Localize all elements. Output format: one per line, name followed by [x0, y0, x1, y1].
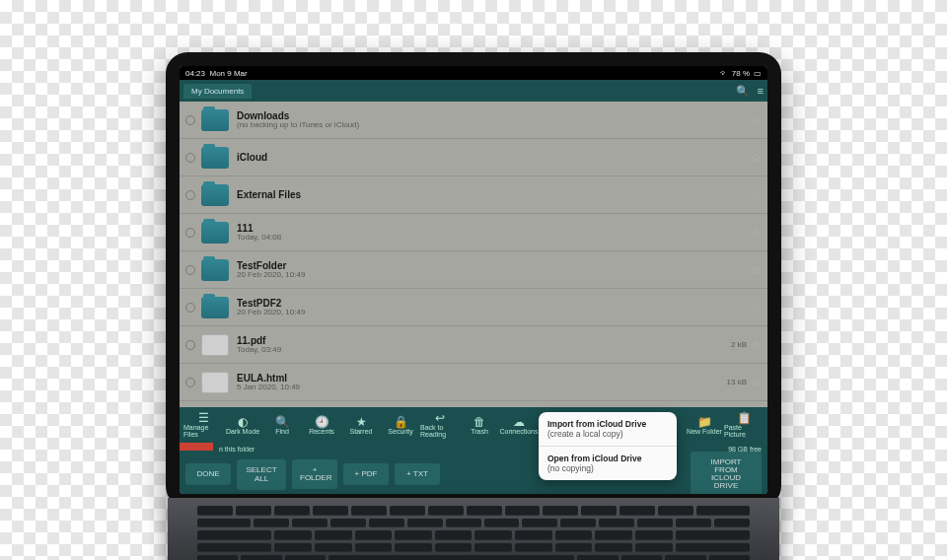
- select-radio[interactable]: [185, 265, 195, 275]
- star-icon[interactable]: ☆: [751, 301, 762, 315]
- row-sub: (no backing up to iTunes or iCloud): [237, 121, 751, 130]
- row-meta: 13 kB: [727, 378, 747, 386]
- file-icon: [201, 372, 229, 393]
- file-list: Downloads(no backing up to iTunes or iCl…: [180, 102, 767, 407]
- status-date: Mon 9 Mar: [209, 69, 247, 78]
- star-icon[interactable]: ☆: [751, 338, 762, 352]
- row-sub: Today, 03:49: [237, 346, 731, 355]
- folder-icon: [201, 184, 229, 206]
- tablet-frame: 04:23 Mon 9 Mar ᯤ 78 % ▭ My Documents 🔍 …: [166, 52, 781, 508]
- star-icon[interactable]: ☆: [751, 113, 762, 127]
- header-bar: My Documents 🔍 ≡: [180, 80, 767, 102]
- trash-icon: 🗑: [474, 416, 485, 428]
- select-radio[interactable]: [185, 340, 195, 350]
- row-title: TestFolder: [237, 260, 751, 271]
- row-text: TestPDF220 Feb 2020, 10:49: [237, 298, 751, 317]
- select-radio[interactable]: [185, 378, 195, 387]
- tool-connections[interactable]: ☁Connections: [499, 416, 539, 435]
- action-bar: DONE SELECT ALL + FOLDER + PDF + TXT IMP…: [180, 455, 767, 494]
- connections-icon: ☁: [513, 416, 525, 428]
- row-meta: 2 kB: [731, 340, 747, 349]
- select-radio[interactable]: [185, 190, 195, 200]
- folder-icon: [201, 259, 229, 281]
- dark-mode-icon: ◐: [238, 416, 248, 428]
- star-icon[interactable]: ☆: [751, 263, 762, 277]
- folder-icon: [201, 222, 229, 244]
- add-pdf-button[interactable]: + PDF: [343, 463, 389, 485]
- star-icon[interactable]: ☆: [751, 188, 762, 202]
- star-icon[interactable]: ☆: [751, 226, 762, 240]
- row-title: Downloads: [237, 110, 751, 121]
- wifi-icon: ᯤ: [720, 69, 728, 78]
- file-row[interactable]: TestPDF220 Feb 2020, 10:49☆: [180, 289, 767, 326]
- row-text: 111Today, 04:08: [237, 223, 751, 243]
- back-to-reading-icon: ↩: [435, 412, 445, 424]
- file-row[interactable]: Downloads(no backing up to iTunes or iCl…: [180, 102, 767, 139]
- file-row[interactable]: 111Today, 04:08☆: [180, 214, 767, 251]
- file-row[interactable]: EULA.html5 Jan 2020, 10:4913 kB☆: [180, 364, 767, 401]
- select-radio[interactable]: [185, 303, 195, 313]
- tool-dark-mode[interactable]: ◐Dark Mode: [223, 416, 262, 435]
- file-icon: [201, 334, 229, 356]
- paste-picture-icon: 📋: [737, 412, 752, 424]
- popover-open-nocopy[interactable]: Open from iCloud Drive (no copying): [539, 447, 677, 480]
- row-title: 11.pdf: [237, 335, 731, 346]
- sort-icon[interactable]: ≡: [758, 85, 764, 97]
- row-title: External Files: [237, 189, 751, 200]
- add-folder-button[interactable]: + FOLDER: [292, 459, 337, 489]
- strip-gap: [180, 443, 767, 455]
- done-button[interactable]: DONE: [185, 463, 231, 485]
- row-text: iCloud: [237, 152, 751, 163]
- screen: 04:23 Mon 9 Mar ᯤ 78 % ▭ My Documents 🔍 …: [180, 66, 767, 494]
- row-title: TestPDF2: [237, 298, 751, 309]
- folder-icon: [201, 109, 229, 131]
- select-radio[interactable]: [185, 115, 195, 125]
- battery-pct: 78 %: [732, 69, 750, 78]
- file-row[interactable]: 11.pdfToday, 03:492 kB☆: [180, 326, 767, 364]
- tool-paste-picture[interactable]: 📋Paste Picture: [724, 412, 764, 438]
- tool-find[interactable]: 🔍Find: [262, 416, 302, 435]
- import-popover: Import from iCloud Drive (create a local…: [539, 412, 677, 480]
- row-sub: 5 Jan 2020, 10:49: [237, 384, 727, 392]
- folder-info: n this folder: [219, 446, 255, 453]
- add-txt-button[interactable]: + TXT: [395, 463, 440, 485]
- select-all-button[interactable]: SELECT ALL: [237, 459, 286, 490]
- row-sub: 20 Feb 2020, 10:49: [237, 271, 751, 280]
- tool-starred[interactable]: ★Starred: [341, 416, 381, 435]
- row-text: Downloads(no backing up to iTunes or iCl…: [237, 110, 751, 130]
- tool-recents[interactable]: 🕘Recents: [302, 416, 341, 435]
- folder-icon: [201, 297, 229, 318]
- row-text: TestFolder20 Feb 2020, 10:49: [237, 260, 751, 280]
- row-title: iCloud: [237, 152, 751, 163]
- manage-files-icon: ☰: [198, 412, 209, 424]
- keyboard: [168, 498, 779, 560]
- highlight-marker: [180, 443, 213, 451]
- search-icon[interactable]: 🔍: [736, 85, 750, 98]
- tool-trash[interactable]: 🗑Trash: [460, 416, 499, 435]
- status-bar: 04:23 Mon 9 Mar ᯤ 78 % ▭: [180, 66, 767, 80]
- row-title: 111: [237, 223, 751, 234]
- tool-manage-files[interactable]: ☰Manage Files: [183, 412, 223, 438]
- file-row[interactable]: TestFolder20 Feb 2020, 10:49☆: [180, 251, 767, 289]
- row-title: EULA.html: [237, 373, 727, 384]
- select-radio[interactable]: [185, 153, 195, 163]
- popover-import-copy[interactable]: Import from iCloud Drive (create a local…: [539, 412, 677, 447]
- tab-my-documents[interactable]: My Documents: [183, 84, 252, 99]
- tool-back-to-reading[interactable]: ↩Back to Reading: [420, 412, 460, 438]
- tool-security[interactable]: 🔒Security: [381, 416, 420, 435]
- row-text: 11.pdfToday, 03:49: [237, 335, 731, 355]
- folder-icon: [201, 147, 229, 169]
- file-row[interactable]: External Files☆: [180, 176, 767, 214]
- file-row[interactable]: iCloud☆: [180, 139, 767, 176]
- security-icon: 🔒: [394, 416, 408, 428]
- tool-strip: n this folder 98 GB free ☰Manage Files◐D…: [180, 407, 767, 443]
- find-icon: 🔍: [275, 416, 290, 428]
- import-icloud-button[interactable]: IMPORT FROM ICLOUD DRIVE: [691, 452, 762, 494]
- star-icon[interactable]: ☆: [751, 151, 762, 165]
- row-sub: Today, 04:08: [237, 234, 751, 243]
- tool-new-folder[interactable]: 📁New Folder: [685, 416, 724, 435]
- row-sub: 20 Feb 2020, 10:49: [237, 309, 751, 317]
- row-text: EULA.html5 Jan 2020, 10:49: [237, 373, 727, 392]
- select-radio[interactable]: [185, 228, 195, 238]
- star-icon[interactable]: ☆: [751, 376, 762, 389]
